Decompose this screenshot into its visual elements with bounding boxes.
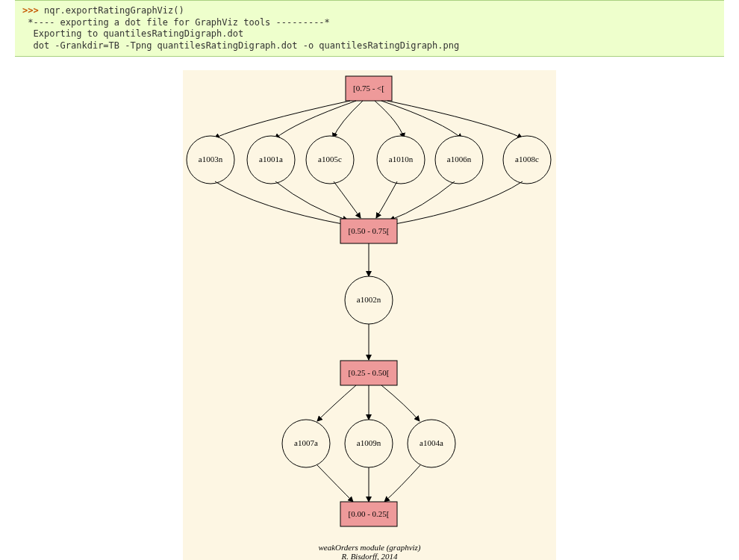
code-output-2 [22,28,33,39]
edge [387,101,523,138]
node-label-a1002n: a1002n [357,295,381,304]
node-label-a1001a: a1001a [259,155,283,164]
code-output-2-text: Exporting to quantilesRatingDigraph.dot [33,28,243,39]
python-prompt: >>> [22,5,44,16]
code-output-1-text: *---- exporting a dot file for GraphViz … [28,17,330,28]
node-label-a1007a: a1007a [294,438,318,447]
edge [275,101,356,139]
edge [375,101,404,138]
node-label-a1003n: a1003n [199,155,223,164]
quantile-label-1: [0.50 - 0.75[ [349,226,390,235]
quantile-label-2: [0.25 - 0.50[ [349,368,390,377]
edge [390,181,455,220]
digraph-svg: [0.75 - <[ a1003n a1001a a1005c a1010n a… [183,70,556,560]
edge [376,181,397,218]
edge [391,181,523,225]
code-output-3 [22,40,33,51]
node-label-a1010n: a1010n [389,155,414,164]
quantile-label-0: [0.75 - <[ [353,84,384,93]
figure-container: [0.75 - <[ a1003n a1001a a1005c a1010n a… [0,57,739,560]
edge [333,101,363,138]
edge [384,465,420,502]
edge [214,101,350,138]
edge [317,385,356,421]
edge [381,385,420,421]
edge [275,181,348,220]
graphviz-figure: [0.75 - <[ a1003n a1001a a1005c a1010n a… [183,70,556,560]
figure-caption-2: R. Bisdorff, 2014 [340,552,398,560]
node-label-a1004a: a1004a [420,438,443,447]
node-label-a1008c: a1008c [515,155,539,164]
edge [317,465,353,502]
node-label-a1005c: a1005c [318,155,342,164]
edge [334,181,361,218]
python-command: nqr.exportRatingGraphViz() [44,5,184,16]
quantile-label-3: [0.00 - 0.25[ [349,509,390,518]
code-output-3-text: dot -Grankdir=TB -Tpng quantilesRatingDi… [33,40,459,51]
edge [215,181,346,225]
code-block: >>> nqr.exportRatingGraphViz() *---- exp… [15,0,724,57]
node-label-a1009n: a1009n [357,438,381,447]
node-label-a1006n: a1006n [447,155,472,164]
